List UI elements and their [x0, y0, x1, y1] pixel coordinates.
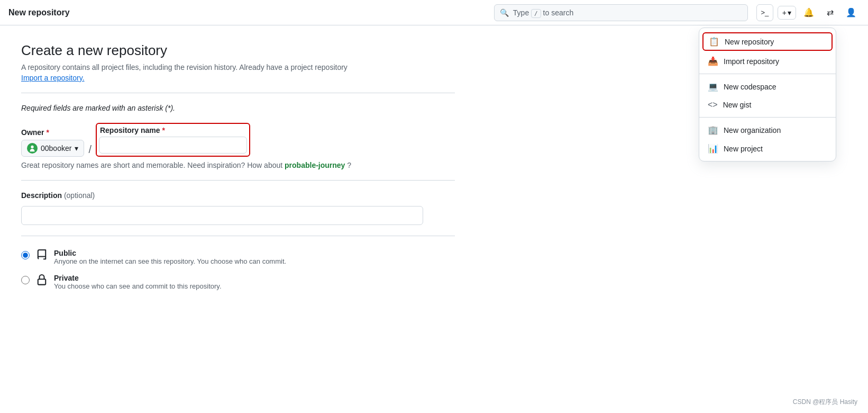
org-icon: 🏢: [708, 125, 718, 135]
dropdown-item-new-codespace[interactable]: 💻 New codespace: [699, 77, 836, 96]
dropdown-menu: 📋 New repository 📥 Import repository 💻 N…: [699, 28, 836, 161]
public-radio-content: Public Anyone on the internet can see th…: [54, 249, 286, 265]
avatar-icon: 👤: [846, 7, 856, 17]
header-title: New repository: [8, 8, 70, 17]
plus-chevron: ▾: [788, 8, 791, 17]
dropdown-label-new-project: New project: [724, 145, 763, 153]
main-content: Create a new repository A repository con…: [0, 25, 476, 316]
dropdown-item-new-repo[interactable]: 📋 New repository: [702, 32, 833, 51]
description-group: Description (optional): [21, 191, 455, 225]
dropdown-label-import-repo: Import repository: [724, 57, 779, 66]
owner-value: 00booker: [41, 144, 71, 152]
dropdown-item-new-project[interactable]: 📊 New project: [699, 139, 836, 158]
dropdown-item-new-gist[interactable]: <> New gist: [699, 96, 836, 114]
page-description: A repository contains all project files,…: [21, 63, 455, 71]
owner-select[interactable]: 00booker ▾: [21, 140, 84, 157]
owner-chevron-icon: ▾: [75, 144, 78, 152]
description-input[interactable]: [21, 206, 423, 225]
public-radio[interactable]: [21, 251, 30, 259]
dropdown-divider-2: [699, 117, 836, 118]
search-bar[interactable]: 🔍 Type / to search: [494, 4, 748, 21]
project-icon: 📊: [708, 143, 718, 154]
dropdown-label-new-gist: New gist: [723, 101, 752, 109]
pull-requests-button[interactable]: ⇄: [821, 4, 838, 21]
description-label: Description (optional): [21, 191, 455, 200]
repo-name-wrapper: Repository name *: [96, 123, 250, 157]
dropdown-divider-1: [699, 74, 836, 74]
avatar-button[interactable]: 👤: [843, 4, 860, 21]
plus-button[interactable]: + ▾: [778, 6, 796, 20]
public-option: Public Anyone on the internet can see th…: [21, 249, 455, 265]
search-placeholder: Type / to search: [513, 8, 742, 17]
public-repo-icon: [36, 249, 48, 264]
gist-icon: <>: [708, 100, 718, 110]
avatar: [27, 143, 38, 154]
lock-icon: [36, 274, 48, 289]
import-icon: 📥: [708, 56, 718, 66]
page-title: Create a new repository: [21, 42, 455, 59]
suggestion-text: Great repository names are short and mem…: [21, 161, 455, 169]
terminal-icon: >_: [761, 8, 769, 16]
pr-icon: ⇄: [827, 7, 834, 17]
owner-label: Owner *: [21, 128, 84, 137]
codespace-icon: 💻: [708, 82, 718, 92]
public-desc: Anyone on the internet can see this repo…: [54, 257, 286, 265]
header-actions: >_ + ▾ 🔔 ⇄ 👤: [756, 4, 860, 21]
repo-name-label-row: Repository name *: [100, 126, 247, 134]
header: New repository 🔍 Type / to search >_ + ▾…: [0, 0, 868, 25]
private-desc: You choose who can see and commit to thi…: [54, 282, 222, 290]
dropdown-item-import-repo[interactable]: 📥 Import repository: [699, 52, 836, 70]
divider-2: [21, 180, 455, 181]
dropdown-label-new-codespace: New codespace: [724, 83, 776, 91]
description-optional: (optional): [64, 191, 95, 200]
repo-name-input[interactable]: [99, 137, 247, 154]
divider-1: [21, 93, 455, 93]
import-link[interactable]: Import a repository.: [21, 74, 85, 82]
dropdown-label-new-repo: New repository: [725, 38, 774, 46]
search-icon: 🔍: [500, 8, 509, 17]
plus-icon: +: [782, 8, 787, 17]
divider-3: [21, 236, 455, 236]
repo-icon: 📋: [709, 37, 719, 47]
private-radio[interactable]: [21, 276, 30, 284]
notifications-button[interactable]: 🔔: [800, 4, 817, 21]
terminal-button[interactable]: >_: [756, 4, 773, 21]
dropdown-item-new-org[interactable]: 🏢 New organization: [699, 121, 836, 139]
repo-name-required-star: *: [162, 126, 165, 134]
required-note: Required fields are marked with an aster…: [21, 104, 455, 112]
owner-required-star: *: [46, 128, 49, 137]
private-label: Private: [54, 274, 222, 282]
visibility-section: Public Anyone on the internet can see th…: [21, 249, 455, 290]
private-radio-content: Private You choose who can see and commi…: [54, 274, 222, 290]
public-label: Public: [54, 249, 286, 257]
owner-group: Owner * 00booker ▾: [21, 128, 84, 157]
bell-icon: 🔔: [803, 7, 814, 17]
search-kbd: /: [531, 9, 541, 18]
slash-separator: /: [88, 143, 92, 156]
private-option: Private You choose who can see and commi…: [21, 274, 455, 290]
owner-repo-row: Owner * 00booker ▾ / Repository name *: [21, 123, 455, 157]
repo-name-label: Repository name *: [100, 126, 165, 134]
dropdown-label-new-org: New organization: [724, 126, 781, 134]
suggestion-name[interactable]: probable-journey: [285, 161, 345, 169]
